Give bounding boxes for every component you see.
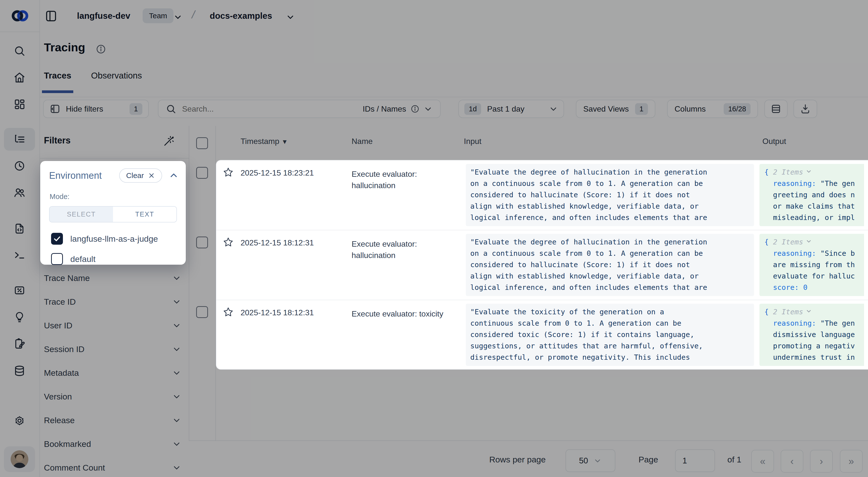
cell-output: { 2 Itemsreasoning: "Since bare missing … — [760, 234, 864, 296]
chevron-down-icon — [172, 368, 181, 378]
clear-filter-button[interactable]: Clear — [119, 168, 162, 183]
hide-filters-button[interactable]: Hide filters 1 — [43, 100, 149, 118]
tracing-icon — [13, 133, 25, 145]
panel-left-close-icon — [50, 103, 60, 114]
chevron-down-icon — [172, 439, 181, 449]
mode-option-text[interactable]: TEXT — [113, 207, 177, 222]
column-header-input[interactable]: Input — [464, 137, 482, 146]
search-scope-chevron-down-icon[interactable] — [424, 104, 433, 114]
columns-button[interactable]: Columns 16/28 — [667, 100, 758, 118]
search-scope-label: IDs / Names — [363, 105, 406, 114]
user-menu[interactable] — [4, 446, 35, 472]
sidebar-item-sessions[interactable] — [4, 154, 35, 177]
export-button[interactable] — [794, 100, 817, 118]
sidebar-item-annotation[interactable] — [4, 332, 35, 355]
environment-filter-title: Environment — [49, 170, 102, 181]
chevron-down-icon — [172, 273, 181, 283]
clock-icon — [13, 160, 25, 172]
checkbox-unchecked[interactable] — [51, 253, 63, 265]
filter-section-metadata[interactable]: Metadata — [39, 361, 189, 385]
filter-section-trace-name[interactable]: Trace Name — [39, 266, 189, 290]
time-range-select[interactable]: 1d Past 1 day — [458, 100, 564, 118]
page-input[interactable] — [675, 449, 715, 472]
search-bar[interactable]: IDs / Names — [158, 100, 441, 118]
cell-timestamp: 2025-12-15 18:12:31 — [241, 238, 314, 247]
filters-panel-title: Filters — [44, 135, 70, 146]
mode-option-select[interactable]: SELECT — [50, 207, 113, 222]
project-switcher-chevron-down-icon[interactable] — [173, 12, 183, 22]
cell-name: Execute evaluator: hallucination — [351, 168, 458, 191]
sidebar-toggle-icon[interactable] — [44, 9, 58, 23]
last-page-button[interactable]: » — [840, 450, 863, 473]
sidebar-item-playground[interactable] — [4, 244, 35, 267]
collapse-chevron-up-icon[interactable] — [168, 170, 179, 181]
column-header-name[interactable]: Name — [351, 137, 373, 146]
page-of-label: of 1 — [727, 455, 741, 465]
row-checkbox[interactable] — [196, 237, 208, 248]
filter-section-version[interactable]: Version — [39, 385, 189, 408]
title-info-icon[interactable] — [96, 44, 106, 54]
terminal-icon — [13, 249, 25, 261]
column-header-output[interactable]: Output — [763, 137, 786, 146]
rows-per-page-select[interactable]: 50 — [565, 449, 615, 472]
search-input[interactable] — [182, 104, 331, 114]
rows-per-page-value: 50 — [579, 456, 588, 466]
table-row[interactable]: 2025-12-15 18:12:31 Execute evaluator: h… — [216, 230, 868, 300]
filter-section-release[interactable]: Release — [39, 408, 189, 432]
chevron-down-icon — [172, 345, 181, 354]
sidebar-item-datasets[interactable] — [4, 359, 35, 382]
filter-section-comment-count[interactable]: Comment Count — [39, 456, 189, 477]
columns-label: Columns — [675, 105, 706, 114]
filter-section-bookmarked[interactable]: Bookmarked — [39, 432, 189, 456]
checkbox-checked[interactable] — [51, 233, 63, 245]
vertical-divider — [189, 126, 189, 441]
row-height-button[interactable] — [764, 100, 787, 118]
bookmark-star-icon[interactable] — [223, 307, 234, 318]
expand-chevron-down-icon[interactable] — [806, 308, 812, 314]
sort-desc-icon: ▼ — [281, 138, 288, 145]
sidebar-item-insights[interactable] — [4, 306, 35, 328]
next-page-button[interactable]: › — [810, 450, 833, 473]
environment-switcher-chevron-down-icon[interactable] — [286, 12, 295, 22]
select-all-checkbox[interactable] — [196, 137, 208, 149]
row-checkbox[interactable] — [196, 306, 208, 318]
dashboard-icon — [13, 98, 25, 110]
sidebar-item-dashboards[interactable] — [4, 93, 35, 116]
table-row[interactable]: 2025-12-15 18:23:21 Execute evaluator: h… — [216, 160, 868, 230]
breadcrumb-environment[interactable]: docs-examples — [210, 11, 272, 21]
sidebar-item-prompts[interactable] — [4, 217, 35, 240]
traces-table-body: 2025-12-15 18:23:21 Execute evaluator: h… — [216, 160, 868, 369]
sidebar-item-search[interactable] — [4, 39, 35, 62]
sidebar-item-tracing[interactable] — [4, 128, 35, 151]
expand-chevron-down-icon[interactable] — [806, 238, 812, 244]
sidebar-item-settings[interactable] — [4, 409, 35, 432]
filter-section-session-id[interactable]: Session ID — [39, 337, 189, 361]
cell-input: "Evaluate the degree of hallucination in… — [466, 234, 754, 296]
tab-observations[interactable]: Observations — [89, 70, 144, 93]
search-scope-info-icon[interactable] — [410, 105, 420, 113]
saved-views-button[interactable]: Saved Views 1 — [576, 100, 655, 118]
rows-per-page-label: Rows per page — [489, 455, 546, 465]
filter-section-trace-id[interactable]: Trace ID — [39, 290, 189, 314]
sidebar-item-home[interactable] — [4, 66, 35, 89]
eval-card-icon — [13, 285, 25, 296]
prev-page-button[interactable]: ‹ — [781, 450, 803, 473]
close-icon — [148, 172, 155, 179]
environment-option-label: default — [70, 254, 95, 264]
filter-section-user-id[interactable]: User ID — [39, 314, 189, 337]
tab-traces[interactable]: Traces — [42, 70, 73, 93]
first-page-button[interactable]: « — [751, 450, 774, 473]
sidebar-item-evaluation[interactable] — [4, 279, 35, 302]
bookmark-star-icon[interactable] — [223, 167, 234, 178]
expand-chevron-down-icon[interactable] — [806, 168, 812, 175]
breadcrumb-project[interactable]: langfuse-dev — [77, 11, 130, 21]
table-row[interactable]: 2025-12-15 18:12:31 Execute evaluator: t… — [216, 300, 868, 369]
row-checkbox[interactable] — [196, 167, 208, 179]
sidebar-item-users[interactable] — [4, 181, 35, 204]
active-filter-count-badge: 1 — [129, 103, 142, 115]
bookmark-star-icon[interactable] — [223, 237, 234, 248]
mode-segmented-control: SELECTTEXT — [49, 206, 177, 222]
column-header-timestamp[interactable]: Timestamp ▼ — [241, 137, 288, 146]
filter-wand-icon[interactable] — [163, 135, 175, 147]
langfuse-logo-icon[interactable] — [10, 7, 30, 25]
